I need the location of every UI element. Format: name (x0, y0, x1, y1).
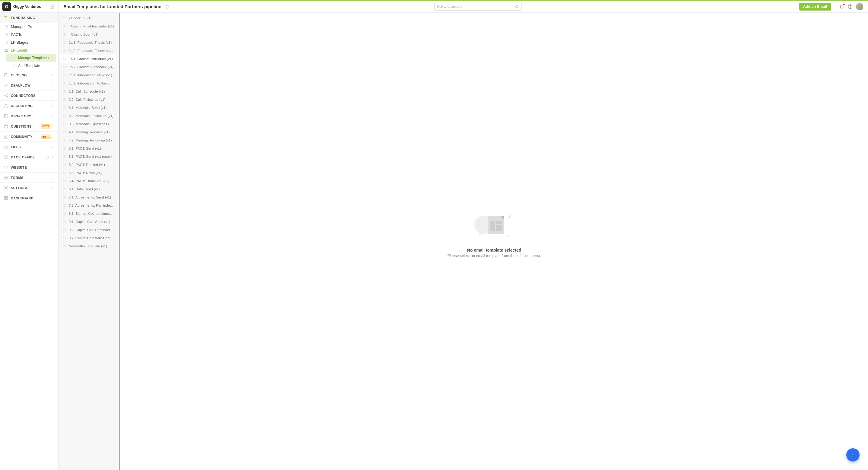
sidebar-section-backoffice[interactable]: BACK OFFICE (0, 152, 58, 162)
mail-icon (63, 236, 66, 240)
template-item[interactable]: 1a.2. Feedback: Follow-up (v1) (60, 46, 116, 55)
template-item[interactable]: 3.3. Materials: Questions (v1) (60, 120, 116, 128)
add-email-button[interactable]: Add an Email (799, 3, 831, 10)
template-item[interactable]: 5.3. PACT: News (v1) (60, 169, 116, 177)
svg-rect-42 (63, 131, 66, 133)
svg-rect-31 (63, 42, 66, 43)
user-avatar[interactable] (856, 3, 863, 10)
template-item-label: 9.1. Capital Call: Send (v1) (69, 220, 114, 223)
template-item[interactable]: 7.1. Agreements: Send (v1) (60, 193, 116, 201)
brand-logo[interactable]: G (2, 2, 11, 11)
template-item[interactable]: 5.1. PACT: Send (v1) (copy) (60, 152, 116, 160)
sidebar-section-label: FUNDRAISING (11, 16, 51, 20)
svg-point-8 (7, 96, 8, 97)
refresh-icon (4, 155, 8, 160)
search-box[interactable] (434, 3, 522, 10)
template-item[interactable]: 4.2. Meeting: Follow-up (v1) (60, 136, 116, 144)
template-item[interactable]: 9.2. Capital Call: Reminder (60, 226, 116, 234)
template-item-label: 3.2. Materials: Follow-up (v1) (69, 114, 114, 118)
sidebar-collapse-button[interactable] (50, 4, 56, 10)
template-item[interactable]: 2.1. Call: Schedule (v1) (60, 87, 116, 95)
svg-point-7 (7, 94, 8, 95)
svg-rect-10 (4, 114, 7, 118)
svg-rect-20 (4, 198, 6, 200)
template-list-accent (119, 13, 120, 470)
sidebar-section-dealflow[interactable]: DEALFLOW (0, 80, 58, 91)
chevron-right-icon (51, 176, 55, 180)
notifications-icon[interactable] (839, 4, 844, 9)
sidebar-section-closing[interactable]: CLOSING (0, 70, 58, 80)
plus-icon (12, 64, 16, 68)
svg-rect-9 (4, 105, 8, 107)
sidebar-section-label: DEALFLOW (11, 84, 51, 87)
content-area: No email template selected Please select… (120, 13, 868, 470)
svg-rect-0 (5, 25, 7, 28)
sidebar-item-manage-lps[interactable]: Manage LPs (0, 23, 58, 31)
template-item[interactable]: 9.x. Capital Call: Wire Confirmation (60, 234, 116, 242)
sidebar-section-files[interactable]: FILES (0, 142, 58, 152)
template-item[interactable]: 5.2. PACT: Remind (v1) (60, 160, 116, 169)
template-item[interactable]: - Closing Final Reminder (v1) (60, 22, 116, 30)
sidebar-section-fundraising[interactable]: FUNDRAISING (0, 13, 58, 23)
sidebar-section-website[interactable]: WEBSITE (0, 162, 58, 173)
template-list[interactable]: - Check In (v1)- Closing Final Reminder … (59, 13, 119, 470)
template-item-label: 5.2. PACT: Remind (v1) (69, 163, 114, 166)
layout-icon (4, 134, 8, 139)
template-item-label: 1b.1. Contact: Introduce (v1) (69, 57, 114, 61)
sidebar-section-community[interactable]: COMMUNITYBETA (0, 131, 58, 142)
svg-rect-3 (5, 50, 8, 52)
svg-rect-37 (63, 91, 66, 92)
template-item[interactable]: 1a.1. Feedback: Thesis (v1) (60, 38, 116, 46)
sidebar-item-lp-emails[interactable]: LP Emails (0, 46, 58, 54)
template-item[interactable]: 2.2. Call: Follow-up (v1) (60, 95, 116, 103)
template-item[interactable]: 9.1. Capital Call: Send (v1) (60, 218, 116, 226)
sidebar-section-settings[interactable]: SETTINGS (0, 183, 58, 193)
template-item[interactable]: 3.1. Materials: Send (v1) (60, 103, 116, 112)
sidebar-section-label: CLOSING (11, 73, 51, 77)
help-icon[interactable] (847, 4, 853, 9)
template-item-label: 1a.1. Feedback: Thesis (v1) (69, 41, 114, 44)
sidebar-subitem-manage-templates[interactable]: Manage Templates (6, 54, 56, 62)
gear-icon (4, 186, 8, 190)
mail-icon (63, 171, 66, 175)
sidebar-section-label: BACK OFFICE (11, 155, 45, 159)
template-item[interactable]: 4.1. Meeting: Request (v1) (60, 128, 116, 136)
template-item[interactable]: - Closing Soon (v1) (60, 30, 116, 38)
sidebar-section-directory[interactable]: DIRECTORY (0, 111, 58, 121)
template-item[interactable]: Newsletter Template (v1) (60, 242, 116, 250)
template-item[interactable]: 5.1. PACT: Send (v1) (60, 144, 116, 152)
template-item[interactable]: 1b.1. Contact: Introduce (v1) (60, 55, 116, 63)
template-item-label: 2.1. Call: Schedule (v1) (69, 90, 114, 93)
sidebar-item-lp-stages[interactable]: LP Stages (0, 39, 58, 46)
template-item[interactable]: 8.1. Signed: Countersigned (v1) (60, 209, 116, 218)
template-item[interactable]: 6.1. Data: Send (v1) (60, 185, 116, 193)
sidebar-section-label: CONNECTORS (11, 94, 51, 97)
template-item[interactable]: 1c.1. Introduction: Hello (v1) (60, 71, 116, 79)
template-item[interactable]: 5.4. PACT: Thank You (v1) (60, 177, 116, 185)
search-input[interactable] (437, 4, 515, 9)
sidebar-header: G Giggy Ventures (0, 1, 58, 13)
sidebar-subitem-add-template[interactable]: Add Template (6, 62, 56, 69)
sidebar-item-pacts[interactable]: PACTs (0, 31, 58, 39)
title-info-icon[interactable] (165, 4, 169, 9)
svg-rect-28 (63, 17, 66, 19)
chevron-right-icon (51, 186, 55, 190)
mail-icon (63, 155, 66, 158)
sidebar-section-recruiting[interactable]: RECRUITING (0, 101, 58, 111)
sidebar-section-forms[interactable]: FORMS (0, 173, 58, 183)
sidebar-section-questions[interactable]: QUESTIONSBETA (0, 121, 58, 131)
sidebar-section-dashboard[interactable]: DASHBOARD (0, 193, 58, 203)
template-item[interactable]: 3.2. Materials: Follow-up (v1) (60, 112, 116, 120)
fab-add-button[interactable] (846, 448, 860, 462)
template-item-label: 1a.2. Feedback: Follow-up (v1) (69, 49, 114, 53)
main: Email Templates for Limited Partners pip… (59, 1, 868, 470)
template-item[interactable]: 1c.2. Introduction: Follow-up (v1) (60, 79, 116, 87)
sidebar-section-connectors[interactable]: CONNECTORS (0, 91, 58, 101)
template-item[interactable]: 1b.2. Contact: Feedback (v1) (60, 63, 116, 71)
mail-icon (63, 187, 66, 191)
svg-marker-65 (478, 232, 482, 237)
template-item[interactable]: 7.2. Agreements: Reminder (v1) (60, 201, 116, 209)
chevron-right-icon (51, 166, 55, 169)
template-item[interactable]: - Check In (v1) (60, 14, 116, 22)
svg-point-5 (13, 58, 14, 59)
